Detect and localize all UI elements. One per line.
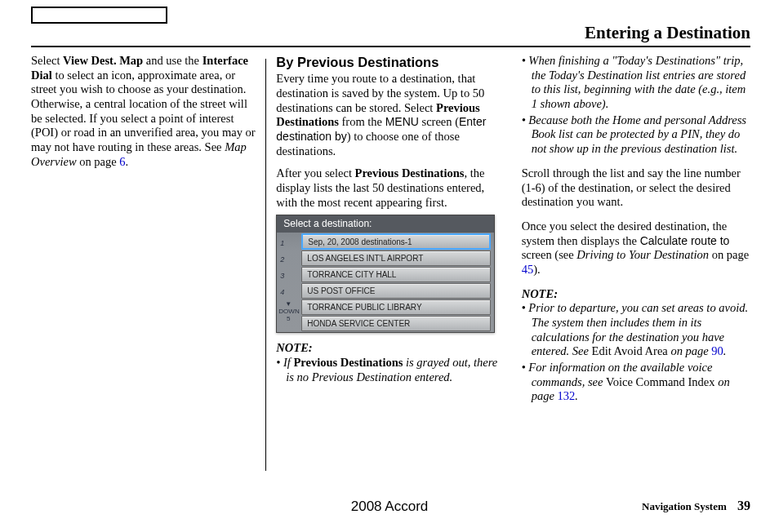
text: . [723, 344, 727, 357]
note-item: For information on the available voice c… [522, 361, 750, 404]
screenshot-header: Select a destination: [277, 215, 494, 233]
text: from the [339, 115, 385, 128]
list-item: Sep, 20, 2008 destinations-1 [301, 233, 491, 250]
nav-screenshot: Select a destination: 1234 ▼DOWN 5 Sep, … [276, 215, 495, 333]
content-columns: Select View Dest. Map and use the Interf… [31, 54, 750, 483]
text: . [126, 155, 129, 168]
list-item: TORRANCE PUBLIC LIBRARY [301, 299, 491, 315]
text: After you select [276, 166, 354, 180]
edit-avoid-area-ref: Edit Avoid Area [592, 344, 668, 357]
text: to select an icon, approximate area, or … [31, 69, 256, 153]
page-link-132[interactable]: 132 [557, 389, 575, 402]
col2-paragraph-1: Every time you route to a destination, t… [276, 72, 505, 158]
page-title: Entering a Destination [585, 23, 750, 44]
col3-paragraph-1: Scroll through the list and say the line… [522, 166, 750, 210]
note-heading-2: NOTE: [522, 287, 750, 302]
note-list: If Previous Destinations is grayed out, … [276, 356, 505, 384]
screenshot-row-numbers: 1234 [280, 235, 284, 300]
page-link-45[interactable]: 45 [522, 263, 534, 276]
prev-dest-label-2: Previous Destinations [355, 166, 465, 180]
top-bullet-list: When finishing a "Today's Destinations" … [522, 54, 750, 157]
section-heading-previous-destinations: By Previous Destinations [276, 54, 505, 70]
search-input-box[interactable] [31, 7, 167, 24]
driving-to-dest-ref: Driving to Your Destination [576, 248, 709, 261]
note-heading: NOTE: [276, 341, 505, 356]
text: screen ( [419, 115, 459, 128]
text: on page [709, 248, 749, 261]
column-2: By Previous Destinations Every time you … [276, 54, 505, 483]
text: If [283, 356, 293, 369]
text: and use the [143, 54, 202, 67]
footer-right: Navigation System 39 [642, 498, 750, 514]
text: on page [668, 344, 712, 357]
text: ). [533, 263, 540, 276]
prev-dest-bold: Previous Destinations [294, 356, 403, 369]
bullet-item: Because both the Home and personal Addre… [522, 113, 750, 157]
down-arrow-icon: ▼DOWN 5 [278, 300, 298, 315]
column-1: Select View Dest. Map and use the Interf… [31, 54, 260, 483]
text: Select [31, 54, 63, 67]
list-item: TORRANCE CITY HALL [301, 267, 491, 282]
col1-paragraph: Select View Dest. Map and use the Interf… [31, 54, 260, 170]
note-item: Prior to departure, you can set areas to… [522, 301, 750, 359]
footer-model-year: 2008 Accord [351, 499, 429, 516]
page-number: 39 [737, 499, 750, 512]
note-item: If Previous Destinations is grayed out, … [276, 356, 505, 384]
text: on page [77, 155, 120, 168]
menu-label: MENU [385, 115, 419, 128]
list-item: HONDA SERVICE CENTER [301, 316, 491, 331]
bullet-item: When finishing a "Today's Destinations" … [522, 54, 750, 112]
col3-paragraph-2: Once you select the desired destination,… [522, 219, 750, 277]
text: . [575, 389, 578, 402]
note-list-2: Prior to departure, you can set areas to… [522, 301, 750, 404]
text: screen (see [522, 248, 577, 261]
col2-paragraph-2: After you select Previous Destinations, … [276, 166, 505, 210]
page-link-90[interactable]: 90 [711, 344, 723, 357]
column-3: When finishing a "Today's Destinations" … [522, 54, 750, 483]
voice-command-index-ref: Voice Command Index [606, 375, 714, 388]
list-item: LOS ANGELES INT'L AIRPORT [301, 250, 491, 266]
calculate-route-label: Calculate route to [640, 234, 730, 247]
screenshot-list: Sep, 20, 2008 destinations-1 LOS ANGELES… [301, 233, 491, 329]
view-dest-map-label: View Dest. Map [63, 54, 143, 67]
title-rule [31, 46, 750, 47]
footer-label: Navigation System [642, 500, 727, 512]
page-link-6[interactable]: 6 [119, 155, 125, 168]
list-item: US POST OFFICE [301, 283, 491, 299]
